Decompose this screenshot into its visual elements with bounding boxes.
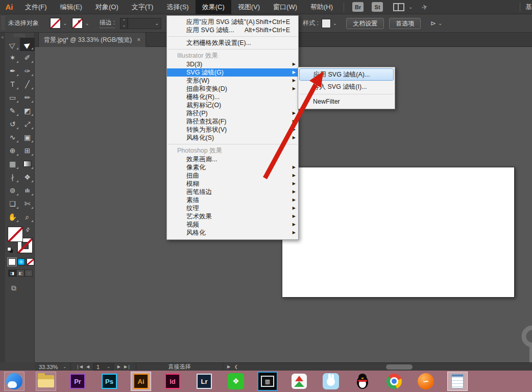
stroke-weight-combo[interactable]: ⌄: [128, 18, 161, 29]
menu-item-brush-strokes[interactable]: 画笔描边▶: [167, 188, 298, 196]
tools-panel-grip[interactable]: ||||||||: [5, 33, 34, 38]
graph-tool[interactable]: ılı: [20, 184, 35, 197]
shape-builder-tool[interactable]: ⊕: [5, 144, 20, 157]
symbol-sprayer-tool[interactable]: ⊚: [5, 184, 20, 197]
scale-tool[interactable]: ⤢: [20, 117, 35, 131]
menu-item-distort-transform[interactable]: 扭曲和变换(D)▶: [167, 85, 298, 93]
eraser-tool[interactable]: ◩: [20, 104, 35, 117]
color-button[interactable]: [8, 258, 16, 265]
menu-item-path[interactable]: 路径(P)▶: [167, 109, 298, 117]
menu-item-video[interactable]: 视频▶: [167, 220, 298, 229]
taskbar-indesign[interactable]: Id: [162, 372, 183, 391]
menu-item-stylize-ai[interactable]: 风格化(S)▶: [167, 134, 298, 142]
none-button[interactable]: [27, 258, 34, 265]
pen-tool[interactable]: ✒: [5, 64, 20, 78]
prev-artboard-icon[interactable]: ◀: [86, 364, 89, 369]
preferences-button[interactable]: 首选项: [389, 18, 421, 29]
stroke-weight-stepper[interactable]: ⌃⌄: [120, 18, 128, 29]
slice-tool[interactable]: ✄: [20, 197, 35, 210]
submenu-item-import-svg-filter[interactable]: 导入 SVG 滤镜(I)...: [299, 81, 394, 93]
menu-edit[interactable]: 编辑(E): [54, 0, 89, 14]
line-segment-tool[interactable]: ╱: [20, 78, 35, 91]
menu-item-warp[interactable]: 变形(W)▶: [167, 77, 298, 85]
menu-item-document-raster-settings[interactable]: 文档栅格效果设置(E)...: [167, 39, 298, 47]
taskbar-chrome[interactable]: [384, 372, 404, 391]
blob-brush-tool[interactable]: ✑: [20, 64, 35, 78]
taskbar-cheetah-browser[interactable]: ∽: [416, 372, 436, 391]
next-artboard-icon[interactable]: ▶: [117, 364, 120, 369]
chevron-down-icon[interactable]: ⌄: [83, 20, 91, 26]
current-tool-label[interactable]: 直接选择: [136, 363, 223, 371]
close-icon[interactable]: ×: [137, 36, 140, 43]
mesh-tool[interactable]: ▦: [5, 157, 20, 170]
menu-item-apply-last-effect[interactable]: 应用"应用 SVG 滤镜"(A)Shift+Ctrl+E: [167, 18, 298, 26]
lasso-tool[interactable]: ✐: [20, 51, 35, 64]
taskbar-premiere[interactable]: Pr: [67, 372, 88, 391]
chevron-down-icon[interactable]: ⌄: [107, 364, 110, 369]
taskbar-file-explorer[interactable]: [36, 372, 56, 391]
document-tab[interactable]: 背景.jpg* @ 33.33% (RGB/预览) ×: [38, 33, 146, 47]
menu-select[interactable]: 选择(S): [160, 0, 195, 14]
gradient-tool[interactable]: [20, 157, 35, 170]
scrollbar-thumb[interactable]: [386, 364, 413, 370]
width-tool[interactable]: ∿: [5, 131, 20, 144]
perspective-grid-tool[interactable]: ⊞: [20, 144, 35, 157]
collapse-panel-icon[interactable]: «: [0, 35, 5, 40]
taskbar-qq-browser[interactable]: [4, 372, 25, 391]
gradient-button[interactable]: [17, 258, 25, 265]
blend-tool[interactable]: ❖: [20, 170, 35, 184]
artboard-number-combo[interactable]: 1 ⌄: [93, 363, 114, 371]
workspace-switcher[interactable]: 基: [520, 3, 532, 12]
draw-behind-button[interactable]: ◧: [16, 270, 25, 277]
free-transform-tool[interactable]: ▣: [20, 131, 35, 144]
style-swatch[interactable]: [322, 19, 331, 28]
menu-item-effect-gallery[interactable]: 效果画廊...: [167, 155, 298, 163]
horizontal-scrollbar[interactable]: [238, 363, 532, 371]
menu-item-convert-to-shape[interactable]: 转换为形状(V)▶: [167, 126, 298, 134]
menu-object[interactable]: 对象(O): [89, 0, 125, 14]
artboard-tool[interactable]: ❏: [5, 197, 20, 210]
zoom-tool[interactable]: ⌕: [20, 210, 35, 224]
chevron-down-icon[interactable]: ⌄: [63, 364, 66, 369]
stock-button[interactable]: St: [372, 2, 383, 12]
menu-item-apply-svg-filter[interactable]: 应用 SVG 滤镜...Alt+Shift+Ctrl+E: [167, 26, 298, 34]
menu-type[interactable]: 文字(T): [125, 0, 160, 14]
taskbar-qq[interactable]: [352, 372, 373, 391]
status-play-icon[interactable]: ▶: [223, 364, 234, 369]
taskbar-green-cube-app[interactable]: ❖: [226, 372, 246, 391]
menu-item-artistic[interactable]: 艺术效果▶: [167, 212, 298, 220]
chevron-down-icon[interactable]: ⌄: [123, 23, 126, 28]
hand-tool[interactable]: ✋: [5, 210, 20, 224]
swap-fill-stroke-icon[interactable]: ⇄: [24, 226, 31, 233]
menu-help[interactable]: 帮助(H): [304, 0, 340, 14]
menu-item-pathfinder[interactable]: 路径查找器(F)▶: [167, 117, 298, 126]
bridge-button[interactable]: Br: [352, 2, 364, 12]
menu-effect[interactable]: 效果(C): [196, 0, 231, 14]
menu-item-sketch[interactable]: 素描▶: [167, 196, 298, 204]
taskbar-notepad[interactable]: [447, 372, 468, 391]
scroll-left-icon[interactable]: ❮: [234, 364, 238, 369]
menu-view[interactable]: 视图(V): [231, 0, 267, 14]
eyedropper-tool[interactable]: ∤: [5, 170, 20, 184]
first-artboard-icon[interactable]: ❘◀: [76, 364, 83, 369]
fill-swatch[interactable]: [8, 227, 23, 242]
stroke-color-swatch[interactable]: [72, 18, 83, 29]
default-fill-stroke-icon[interactable]: [7, 247, 13, 253]
chevron-down-icon[interactable]: ⌄: [153, 20, 161, 26]
chevron-down-icon[interactable]: ⌄: [331, 20, 339, 26]
stroke-weight-label[interactable]: 描边 :: [100, 18, 115, 28]
menu-item-distort[interactable]: 扭曲▶: [167, 172, 298, 180]
menu-item-crop-marks[interactable]: 裁剪标记(O): [167, 101, 298, 109]
sync-icon[interactable]: ✈: [421, 2, 429, 11]
menu-item-texture[interactable]: 纹理▶: [167, 204, 298, 212]
selection-tool[interactable]: ▷: [5, 38, 20, 51]
menu-item-rasterize[interactable]: 栅格化(R)...: [167, 93, 298, 101]
menu-item-pixelate[interactable]: 像素化▶: [167, 163, 298, 172]
magic-wand-tool[interactable]: ✶: [5, 51, 20, 64]
taskbar-illustrator[interactable]: Ai: [131, 372, 151, 391]
rectangle-tool[interactable]: ▭: [5, 91, 20, 104]
submenu-item-newfilter[interactable]: NewFilter: [299, 95, 394, 108]
direct-selection-tool[interactable]: ▶: [20, 38, 35, 51]
menu-item-svg-filters[interactable]: SVG 滤镜(G)▶: [167, 68, 298, 77]
last-artboard-icon[interactable]: ▶❘: [124, 364, 131, 369]
